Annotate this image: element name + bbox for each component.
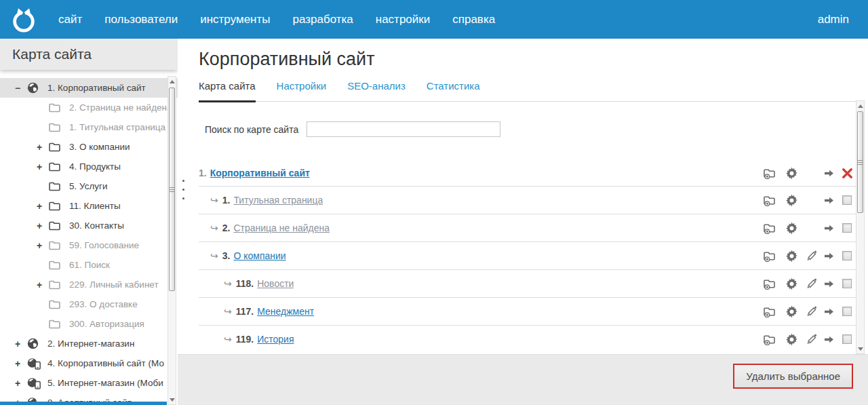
sitemap-row: ↪1.Титульная страница [199, 186, 856, 214]
tree-item-label: 293. О доставке [69, 299, 138, 309]
content-scrollbar[interactable] [856, 100, 865, 354]
expand-icon[interactable]: + [37, 201, 49, 212]
select-checkbox[interactable] [838, 223, 856, 233]
page-properties-button[interactable] [780, 194, 804, 207]
folder-icon [49, 220, 63, 231]
sitemap-row: ↪118.Новости [199, 269, 856, 297]
nav-item-site[interactable]: сайт [58, 13, 82, 26]
select-checkbox[interactable] [838, 251, 856, 261]
sidebar-scrollbar[interactable] [167, 76, 176, 405]
expand-icon[interactable]: + [37, 161, 49, 172]
tree-item[interactable]: 1. Титульная страница [0, 117, 178, 137]
page-properties-button[interactable] [780, 250, 804, 263]
edit-page-button[interactable] [804, 333, 819, 345]
page-link[interactable]: Титульная страница [233, 195, 323, 206]
page-title: Корпоративный сайт [199, 49, 868, 70]
edit-page-button[interactable] [804, 305, 819, 317]
umi-logo-icon[interactable] [9, 6, 38, 33]
scroll-up-button[interactable] [168, 77, 176, 86]
edit-page-button[interactable] [804, 250, 819, 262]
select-checkbox[interactable] [838, 307, 856, 316]
go-to-page-button[interactable] [819, 196, 838, 205]
tree-item[interactable]: +11. Клиенты [0, 196, 178, 216]
page-link[interactable]: История [257, 334, 294, 345]
nav-item-tools[interactable]: инструменты [200, 13, 270, 26]
go-to-page-button[interactable] [819, 169, 838, 178]
sitemap-search-input[interactable] [307, 121, 500, 137]
expand-icon[interactable]: + [37, 220, 49, 231]
page-link[interactable]: Менеджмент [257, 306, 314, 317]
delete-page-button[interactable] [838, 168, 856, 179]
tab-sitemap[interactable]: Карта сайта [199, 80, 256, 92]
page-link[interactable]: О компании [233, 250, 285, 261]
add-subpage-button[interactable] [760, 250, 780, 262]
page-link[interactable]: Новости [257, 278, 294, 289]
tab-seo[interactable]: SEO-анализ [347, 80, 406, 92]
nav-item-settings[interactable]: настройки [376, 13, 430, 26]
tree-item[interactable]: +4. Продукты [0, 157, 178, 176]
delete-selected-button[interactable]: Удалить выбранное [733, 364, 853, 389]
add-subpage-button[interactable] [760, 334, 780, 345]
expand-icon[interactable]: + [15, 378, 27, 389]
nav-item-help[interactable]: справка [452, 13, 495, 26]
scrollbar-thumb[interactable] [857, 111, 863, 213]
tree-item[interactable]: 300. Авторизация [0, 314, 178, 334]
add-subpage-button[interactable] [760, 195, 780, 206]
page-properties-button[interactable] [780, 167, 804, 180]
select-checkbox[interactable] [838, 195, 856, 205]
subpage-arrow-icon: ↪ [210, 250, 218, 261]
add-subpage-button[interactable] [760, 306, 780, 317]
add-subpage-button[interactable] [760, 223, 780, 234]
select-checkbox[interactable] [838, 334, 856, 344]
pane-resize-handle[interactable] [181, 178, 186, 201]
tree-item[interactable]: 61. Поиск [0, 255, 178, 275]
tree-item[interactable]: 2. Страница не найдена [0, 98, 178, 117]
expand-icon[interactable]: + [37, 240, 49, 251]
page-properties-button[interactable] [780, 277, 804, 290]
tree-item[interactable]: −1. Корпоративный сайт [0, 78, 178, 98]
page-properties-button[interactable] [780, 305, 804, 318]
tree-item[interactable]: +229. Личный кабинет [0, 275, 178, 294]
select-checkbox[interactable] [838, 279, 856, 288]
tree-item[interactable]: +4. Корпоративный сайт (Мо [0, 353, 178, 373]
nav-item-users[interactable]: пользователи [104, 13, 178, 26]
collapse-icon[interactable]: − [15, 83, 27, 94]
add-subpage-button[interactable] [760, 278, 780, 290]
scroll-down-button[interactable] [168, 395, 176, 404]
tree-item[interactable]: +5. Интернет-магазин (Моби [0, 373, 178, 393]
nav-item-development[interactable]: разработка [292, 13, 353, 26]
tree-item[interactable]: +30. Контакты [0, 216, 178, 235]
tree-item[interactable]: +59. Голосование [0, 235, 178, 255]
tree-item[interactable]: 5. Услуги [0, 176, 178, 196]
page-properties-button[interactable] [780, 222, 804, 235]
tree-item[interactable]: +3. О компании [0, 137, 178, 157]
edit-page-button[interactable] [804, 277, 819, 290]
expand-icon[interactable]: + [15, 339, 27, 349]
page-link[interactable]: Корпоративный сайт [210, 168, 310, 178]
tree-item-label: 61. Поиск [69, 260, 110, 270]
go-to-page-button[interactable] [819, 252, 838, 261]
page-link[interactable]: Страница не найдена [233, 223, 330, 233]
tab-stats[interactable]: Статистика [427, 80, 480, 92]
go-to-page-button[interactable] [819, 335, 838, 344]
page-number: 117. [236, 306, 254, 317]
add-subpage-button[interactable] [760, 168, 780, 179]
page-number: 2. [222, 223, 231, 233]
tab-settings[interactable]: Настройки [277, 80, 327, 92]
go-to-page-button[interactable] [819, 224, 838, 233]
scroll-up-button[interactable] [856, 101, 864, 111]
globe-icon [27, 82, 41, 94]
go-to-page-button[interactable] [819, 279, 838, 288]
tree-item[interactable]: 293. О доставке [0, 294, 178, 314]
scroll-down-button[interactable] [856, 344, 864, 353]
sitemap-row: 1.Корпоративный сайт [199, 160, 856, 186]
expand-icon[interactable]: + [37, 142, 49, 153]
tree-item[interactable]: +2. Интернет-магазин [0, 334, 178, 353]
expand-icon[interactable]: + [15, 358, 27, 369]
scrollbar-thumb[interactable] [169, 88, 175, 291]
go-to-page-button[interactable] [819, 307, 838, 316]
expand-icon[interactable]: + [37, 279, 49, 290]
topbar: сайтпользователиинструментыразработканас… [0, 0, 868, 39]
current-user-link[interactable]: admin [818, 13, 849, 26]
page-properties-button[interactable] [780, 333, 804, 346]
